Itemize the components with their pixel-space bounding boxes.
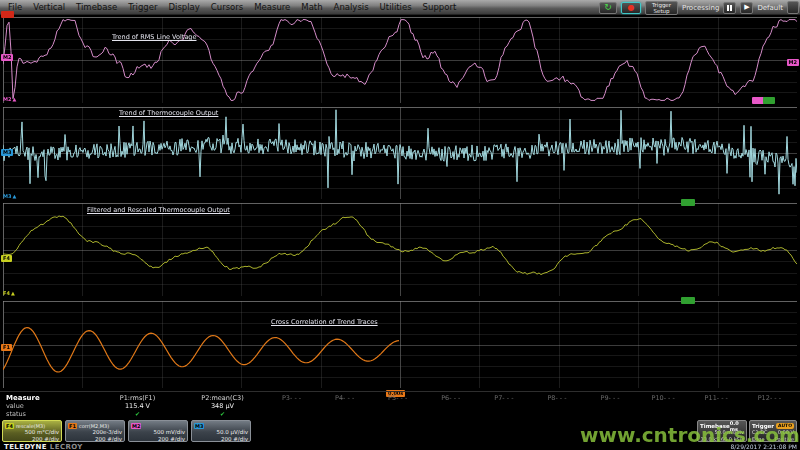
descriptor-m2[interactable]: M2 500 mV/div 200 #/div: [128, 420, 188, 442]
menu-item-trigger[interactable]: Trigger: [128, 2, 157, 12]
menu-item-utilities[interactable]: Utilities: [380, 2, 412, 12]
processing-status: Processing: [682, 4, 719, 12]
p1-name: P1:rms(F1): [95, 394, 180, 402]
timebase-samples: 33.0 kS 66.0 kS/s: [701, 436, 744, 443]
trigger-level-badge[interactable]: [1, 11, 14, 18]
triangle-up-icon: ▲: [12, 96, 16, 102]
measure-col-p7[interactable]: P7- - -: [477, 394, 530, 418]
measure-col-p1[interactable]: P1:rms(F1) 115.4 V ✔: [95, 394, 180, 418]
measure-table: Measure value status P1:rms(F1) 115.4 V …: [0, 391, 800, 420]
f1-function: corr(M2,M3): [79, 423, 109, 429]
corner-button[interactable]: [787, 1, 799, 14]
trigger-setup-button[interactable]: Trigger Setup: [645, 1, 678, 15]
trigger-mode-button[interactable]: ●: [621, 2, 641, 14]
grid-rms-line-voltage: [3, 17, 797, 103]
f4-marker-label: F4: [3, 290, 10, 296]
oscilloscope-screen: FileVerticalTimebaseTriggerDisplayCursor…: [0, 0, 800, 450]
measure-col-p2[interactable]: P2:mean(C3) 348 µV ✔: [180, 394, 265, 418]
pause-button[interactable]: [723, 2, 736, 14]
f4-tag: F4: [5, 423, 14, 429]
status-label: status: [6, 410, 40, 418]
waveform-m2: [3, 17, 797, 103]
m2-tag: M2: [131, 423, 141, 429]
f4-level-badge[interactable]: F4: [1, 255, 12, 262]
descriptor-f4[interactable]: F4 rescale(M3) 500 m°C/div 200 #/div: [2, 420, 62, 442]
datetime-display: 8/29/2017 2:21:08 PM: [730, 443, 797, 450]
measure-col-p9[interactable]: P9- - -: [584, 394, 637, 418]
auto-setup-button[interactable]: ↻: [599, 2, 617, 14]
f1-points: 200 #/div: [68, 436, 122, 443]
p5-name: P5- - -: [371, 394, 424, 402]
grid-filtered-thermocouple: [3, 203, 797, 296]
m3-ground-marker: M3▲: [3, 193, 16, 199]
p7-name: P7- - -: [477, 394, 530, 402]
measure-col-p11[interactable]: P11- - -: [690, 394, 743, 418]
p3-name: P3- - -: [265, 394, 318, 402]
menu-item-vertical[interactable]: Vertical: [33, 2, 65, 12]
waveform-f4: [3, 203, 797, 296]
annotation-cross-correlation: Cross Correlation of Trend Traces: [271, 318, 378, 326]
refresh-icon: ↻: [604, 3, 612, 12]
grid-thermocouple-output: [3, 107, 797, 199]
m3-tag: M3: [194, 423, 204, 429]
p8-name: P8- - -: [530, 394, 583, 402]
f4-ground-marker: F4▲: [3, 290, 15, 296]
m2-marker-label: M2: [3, 96, 11, 102]
menu-item-timebase[interactable]: Timebase: [76, 2, 117, 12]
measure-col-p12[interactable]: P12- - -: [743, 394, 796, 418]
measure-col-p10[interactable]: P10- - -: [637, 394, 690, 418]
trigger-box[interactable]: Trigger AUTO C1 DC 0.00 V Edge Positive: [749, 420, 797, 442]
m2-points: 200 #/div: [131, 436, 185, 443]
lecroy-text: LECROY: [47, 443, 83, 450]
marker-badge-2: [681, 297, 695, 304]
menu-item-support[interactable]: Support: [423, 2, 457, 12]
measure-row-labels: Measure value status: [6, 394, 40, 418]
m2-level-badge-right[interactable]: M2: [787, 59, 799, 66]
play-icon: ▶: [744, 4, 749, 11]
value-label: value: [6, 402, 40, 410]
teledyne-text: TELEDYNE: [4, 443, 47, 450]
descriptor-m3[interactable]: M3 50.0 µV/div 200 #/div: [191, 420, 251, 442]
f1-scale: 200e-3/div: [68, 429, 122, 436]
menu-item-math[interactable]: Math: [301, 2, 322, 12]
marker-badge-1: [681, 199, 695, 206]
marker-badge-4: [763, 97, 775, 104]
m3-scale: 50.0 µV/div: [194, 429, 248, 436]
record-icon: ●: [628, 4, 635, 12]
p1-status-check: ✔: [95, 410, 180, 418]
f1-level-badge[interactable]: F1: [1, 344, 12, 351]
play-button[interactable]: ▶: [740, 2, 753, 14]
timebase-box[interactable]: Timebase 0.0 ms 50.0 ms/div 33.0 kS 66.0…: [697, 420, 747, 442]
annotation-rms-line-voltage: Trend of RMS Line Voltage: [112, 33, 197, 41]
measure-columns: P1:rms(F1) 115.4 V ✔ P2:mean(C3) 348 µV …: [95, 394, 796, 418]
menu-item-analysis[interactable]: Analysis: [334, 2, 369, 12]
menu-item-display[interactable]: Display: [168, 2, 199, 12]
measure-col-p6[interactable]: P6- - -: [424, 394, 477, 418]
grid-cross-correlation: [3, 301, 797, 388]
m3-points: 200 #/div: [194, 436, 248, 443]
m3-marker-label: M3: [3, 193, 11, 199]
m2-scale: 500 mV/div: [131, 429, 185, 436]
triangle-up-icon: ▲: [11, 290, 15, 296]
m2-ground-marker: M2▲: [3, 96, 16, 102]
measure-label: Measure: [6, 394, 40, 402]
annotation-filtered-thermocouple: Filtered and Rescaled Thermocouple Outpu…: [87, 206, 230, 214]
p2-status-check: ✔: [180, 410, 265, 418]
measure-col-p4[interactable]: P4- - -: [318, 394, 371, 418]
annotation-thermocouple-output: Trend of Thermocouple Output: [119, 109, 218, 117]
measure-col-p3[interactable]: P3- - -: [265, 394, 318, 418]
m2-level-badge-left[interactable]: M2: [1, 54, 13, 61]
trigger-setup-label-2: Setup: [654, 8, 670, 14]
descriptor-f1[interactable]: F1 corr(M2,M3) 200e-3/div 200 #/div: [65, 420, 125, 442]
p2-value: 348 µV: [180, 402, 265, 410]
trigger-slope-label: Edge: [752, 436, 765, 443]
menu-item-cursors[interactable]: Cursors: [211, 2, 243, 12]
m3-level-badge[interactable]: M3: [1, 149, 13, 156]
trigger-title: Trigger: [752, 423, 774, 429]
measure-col-p5[interactable]: P5- - -: [371, 394, 424, 418]
menu-item-measure[interactable]: Measure: [254, 2, 290, 12]
descriptor-row: F4 rescale(M3) 500 m°C/div 200 #/div F1 …: [2, 420, 251, 442]
waveform-m3: [3, 107, 797, 199]
measure-col-p8[interactable]: P8- - -: [530, 394, 583, 418]
default-label: Default: [757, 4, 783, 12]
